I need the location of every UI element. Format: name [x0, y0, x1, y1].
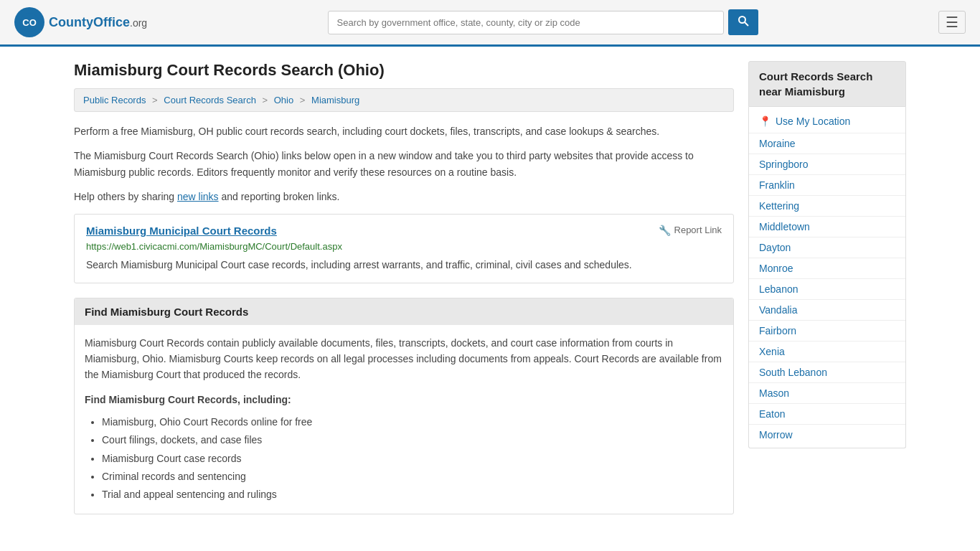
list-item: Criminal records and sentencing	[102, 468, 723, 486]
find-section-body-text: Miamisburg Court Records contain publicl…	[85, 335, 723, 383]
sidebar-item-middletown[interactable]: Middletown	[749, 217, 905, 237]
find-list: Miamisburg, Ohio Court Records online fo…	[85, 413, 723, 504]
main-container: Miamisburg Court Records Search (Ohio) P…	[60, 47, 920, 529]
desc-p3-pre: Help others by sharing	[74, 191, 177, 202]
new-links-link[interactable]: new links	[177, 191, 219, 202]
breadcrumb-miamisburg[interactable]: Miamisburg	[311, 95, 359, 105]
sidebar-links: 📍 Use My Location Moraine Springboro Fra…	[748, 107, 906, 448]
sidebar-item-eaton[interactable]: Eaton	[749, 404, 905, 425]
hamburger-icon: ☰	[946, 14, 958, 30]
sidebar-item-morrow[interactable]: Morrow	[749, 425, 905, 445]
desc-p3-post: and reporting broken links.	[219, 191, 340, 202]
record-link-description: Search Miamisburg Municipal Court case r…	[86, 258, 722, 273]
sidebar-item-dayton[interactable]: Dayton	[749, 237, 905, 258]
logo-icon: CO	[14, 7, 44, 37]
use-location-link[interactable]: Use My Location	[776, 116, 850, 127]
description-paragraph-2: The Miamisburg Court Records Search (Ohi…	[74, 148, 734, 180]
find-section: Find Miamisburg Court Records Miamisburg…	[74, 298, 734, 515]
location-icon: 📍	[759, 116, 771, 127]
page-title: Miamisburg Court Records Search (Ohio)	[74, 61, 734, 80]
use-location-item[interactable]: 📍 Use My Location	[749, 110, 905, 133]
header: CO CountyOffice.org ☰	[0, 0, 980, 47]
sidebar-item-kettering[interactable]: Kettering	[749, 196, 905, 217]
description-paragraph-1: Perform a free Miamisburg, OH public cou…	[74, 123, 734, 139]
sidebar-item-xenia[interactable]: Xenia	[749, 342, 905, 362]
content-area: Miamisburg Court Records Search (Ohio) P…	[74, 61, 734, 514]
record-link-header: Miamisburg Municipal Court Records 🔧 Rep…	[86, 225, 722, 237]
logo-area: CO CountyOffice.org	[14, 7, 147, 37]
sidebar-item-vandalia[interactable]: Vandalia	[749, 300, 905, 321]
find-section-body: Miamisburg Court Records contain publicl…	[75, 325, 733, 514]
sidebar-item-mason[interactable]: Mason	[749, 383, 905, 404]
breadcrumb-ohio[interactable]: Ohio	[274, 95, 293, 105]
breadcrumb-separator-2: >	[263, 95, 270, 105]
sidebar-item-moraine[interactable]: Moraine	[749, 133, 905, 154]
record-link-card: Miamisburg Municipal Court Records 🔧 Rep…	[74, 214, 734, 283]
breadcrumb-separator-1: >	[152, 95, 160, 105]
list-item: Miamisburg, Ohio Court Records online fo…	[102, 413, 723, 431]
wrench-icon: 🔧	[659, 225, 671, 236]
description-paragraph-3: Help others by sharing new links and rep…	[74, 189, 734, 204]
svg-text:CO: CO	[22, 17, 37, 28]
find-including-label: Find Miamisburg Court Records, including…	[85, 392, 723, 408]
list-item: Trial and appeal sentencing and rulings	[102, 486, 723, 504]
svg-point-2	[739, 17, 745, 23]
record-link-url[interactable]: https://web1.civicacmi.com/MiamisburgMC/…	[86, 241, 722, 252]
list-item: Court filings, dockets, and case files	[102, 431, 723, 449]
breadcrumb-court-records[interactable]: Court Records Search	[164, 95, 256, 105]
breadcrumb-separator-3: >	[300, 95, 308, 105]
logo-text: CountyOffice.org	[49, 15, 147, 30]
sidebar-item-springboro[interactable]: Springboro	[749, 154, 905, 175]
sidebar-item-franklin[interactable]: Franklin	[749, 175, 905, 196]
breadcrumb: Public Records > Court Records Search > …	[74, 88, 734, 112]
sidebar-item-fairborn[interactable]: Fairborn	[749, 321, 905, 342]
sidebar-item-south-lebanon[interactable]: South Lebanon	[749, 362, 905, 383]
breadcrumb-public-records[interactable]: Public Records	[83, 95, 146, 105]
find-section-header: Find Miamisburg Court Records	[75, 298, 733, 325]
list-item: Miamisburg Court case records	[102, 450, 723, 468]
search-input[interactable]	[328, 11, 724, 34]
sidebar-item-monroe[interactable]: Monroe	[749, 258, 905, 279]
sidebar-title: Court Records Search near Miamisburg	[748, 61, 906, 107]
sidebar-item-lebanon[interactable]: Lebanon	[749, 279, 905, 300]
header-right: ☰	[938, 11, 966, 34]
record-link-title[interactable]: Miamisburg Municipal Court Records	[86, 225, 277, 237]
sidebar: Court Records Search near Miamisburg 📍 U…	[748, 61, 906, 514]
svg-line-3	[745, 22, 748, 26]
report-link-label: Report Link	[674, 225, 722, 235]
menu-button[interactable]: ☰	[938, 11, 966, 34]
report-link-button[interactable]: 🔧 Report Link	[659, 225, 722, 236]
search-button[interactable]	[728, 9, 758, 35]
search-area	[328, 9, 758, 35]
